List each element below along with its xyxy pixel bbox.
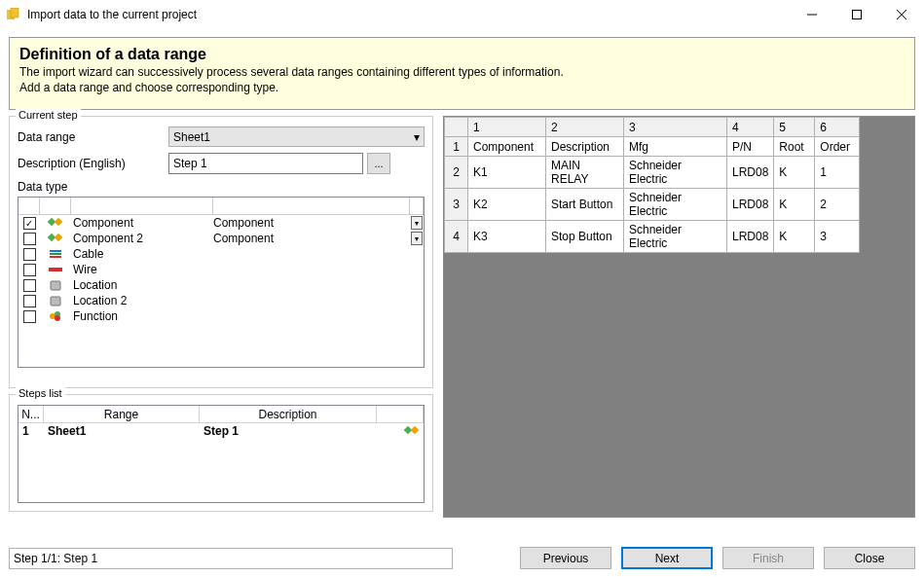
preview-row-header[interactable]: 2 <box>445 157 468 189</box>
data-type-row[interactable]: Location 2 <box>18 293 424 308</box>
component-icon <box>48 232 63 245</box>
location-icon <box>48 294 63 307</box>
preview-cell[interactable]: Description <box>546 137 624 157</box>
dropdown-arrow-icon[interactable]: ▼ <box>411 232 423 245</box>
dropdown-arrow-icon[interactable]: ▼ <box>411 216 423 230</box>
preview-cell[interactable]: K3 <box>468 221 546 253</box>
data-range-select[interactable]: Sheet1 ▾ <box>168 126 425 147</box>
next-button[interactable]: Next <box>621 547 713 569</box>
info-panel: Definition of a data range The import wi… <box>9 37 915 110</box>
maximize-button[interactable] <box>834 0 879 28</box>
steps-list-label: Steps list <box>16 387 65 399</box>
preview-col-header[interactable]: 2 <box>546 118 624 137</box>
preview-cell[interactable]: LRD08 <box>727 189 774 221</box>
description-browse-button[interactable]: ... <box>367 153 390 174</box>
preview-col-header[interactable]: 1 <box>468 118 546 137</box>
data-type-row[interactable]: Component 2Component▼ <box>18 231 424 246</box>
preview-cell[interactable]: K <box>774 157 815 189</box>
preview-cell[interactable]: 3 <box>815 221 860 253</box>
data-type-row[interactable]: Function <box>18 308 424 324</box>
current-step-group: Current step Data range Sheet1 ▾ Descrip… <box>9 116 433 388</box>
data-type-row[interactable]: Location <box>18 277 424 293</box>
svg-rect-7 <box>55 218 62 226</box>
preview-cell[interactable]: Schneider Electric <box>624 221 727 253</box>
preview-col-header[interactable]: 3 <box>624 118 727 137</box>
steps-header-num[interactable]: N... <box>18 406 44 422</box>
preview-cell[interactable]: K1 <box>468 157 546 189</box>
checkbox-icon[interactable] <box>23 233 36 245</box>
step-desc: Step 1 <box>200 424 377 438</box>
checkbox-icon[interactable] <box>23 295 36 307</box>
description-label: Description (English) <box>18 157 168 170</box>
preview-row-header[interactable]: 4 <box>445 221 468 253</box>
preview-cell[interactable]: P/N <box>727 137 774 157</box>
status-bar: Step 1/1: Step 1 <box>9 548 453 569</box>
preview-row[interactable]: 1ComponentDescriptionMfgP/NRootOrder <box>445 137 860 157</box>
close-button[interactable] <box>879 0 924 28</box>
window-title: Import data to the current project <box>27 8 790 21</box>
svg-rect-1 <box>11 8 18 18</box>
checkbox-icon[interactable] <box>23 310 36 323</box>
preview-row-header[interactable]: 3 <box>445 189 468 221</box>
titlebar: Import data to the current project <box>0 0 924 29</box>
preview-cell[interactable]: Order <box>815 137 860 157</box>
preview-row[interactable]: 4K3Stop ButtonSchneider ElectricLRD08K3 <box>445 221 860 253</box>
data-type-name: Location 2 <box>71 294 213 307</box>
preview-cell[interactable]: Component <box>468 137 546 157</box>
checkbox-icon[interactable]: ✓ <box>23 217 36 230</box>
preview-cell[interactable]: K <box>774 189 815 221</box>
preview-cell[interactable]: Schneider Electric <box>624 189 727 221</box>
preview-cell[interactable]: 2 <box>815 189 860 221</box>
svg-rect-13 <box>49 268 62 271</box>
steps-row[interactable]: 1Sheet1Step 1 <box>18 423 424 439</box>
preview-col-header[interactable]: 4 <box>727 118 774 137</box>
steps-list-group: Steps list N... Range Description 1Sheet… <box>9 394 433 512</box>
preview-cell[interactable]: Schneider Electric <box>624 157 727 189</box>
preview-row[interactable]: 3K2Start ButtonSchneider ElectricLRD08K2 <box>445 189 860 221</box>
current-step-label: Current step <box>16 109 81 121</box>
data-type-label: Data type <box>18 180 425 194</box>
close-footer-button[interactable]: Close <box>824 547 915 569</box>
preview-cell[interactable]: Root <box>774 137 815 157</box>
checkbox-icon[interactable] <box>23 279 36 292</box>
preview-cell[interactable]: MAIN RELAY <box>546 157 624 189</box>
svg-rect-9 <box>55 234 62 241</box>
preview-cell[interactable]: 1 <box>815 157 860 189</box>
info-heading: Definition of a data range <box>19 46 905 63</box>
preview-cell[interactable]: LRD08 <box>727 221 774 253</box>
svg-rect-14 <box>51 281 60 290</box>
svg-rect-3 <box>853 10 862 18</box>
location-icon <box>48 278 63 292</box>
previous-button[interactable]: Previous <box>520 547 611 569</box>
data-type-name: Component 2 <box>71 232 213 245</box>
preview-cell[interactable]: LRD08 <box>727 157 774 189</box>
preview-cell[interactable]: K <box>774 221 815 253</box>
chevron-down-icon: ▾ <box>414 130 420 144</box>
info-text-line1: The import wizard can successively proce… <box>19 65 905 81</box>
steps-header-desc[interactable]: Description <box>200 406 377 422</box>
preview-cell[interactable]: Stop Button <box>546 221 624 253</box>
data-type-name: Wire <box>71 263 213 276</box>
data-type-row[interactable]: ✓ComponentComponent▼ <box>18 215 424 231</box>
data-type-row[interactable]: Cable <box>18 246 424 262</box>
checkbox-icon[interactable] <box>23 248 36 261</box>
data-type-name: Function <box>71 309 213 323</box>
finish-button[interactable]: Finish <box>722 547 814 569</box>
function-icon <box>48 309 63 323</box>
preview-cell[interactable]: K2 <box>468 189 546 221</box>
description-input[interactable] <box>168 153 363 174</box>
preview-cell[interactable]: Mfg <box>624 137 727 157</box>
component-icon <box>48 216 63 230</box>
preview-row-header[interactable]: 1 <box>445 137 468 157</box>
preview-cell[interactable]: Start Button <box>546 189 624 221</box>
preview-col-header[interactable]: 6 <box>815 118 860 137</box>
preview-col-header[interactable]: 5 <box>774 118 815 137</box>
checkbox-icon[interactable] <box>23 264 36 276</box>
data-type-row[interactable]: Wire <box>18 262 424 277</box>
preview-row[interactable]: 2K1MAIN RELAYSchneider ElectricLRD08K1 <box>445 157 860 189</box>
minimize-button[interactable] <box>790 0 834 28</box>
svg-point-18 <box>55 315 60 321</box>
component-icon <box>404 424 420 438</box>
app-icon <box>6 7 21 22</box>
steps-header-range[interactable]: Range <box>44 406 200 422</box>
